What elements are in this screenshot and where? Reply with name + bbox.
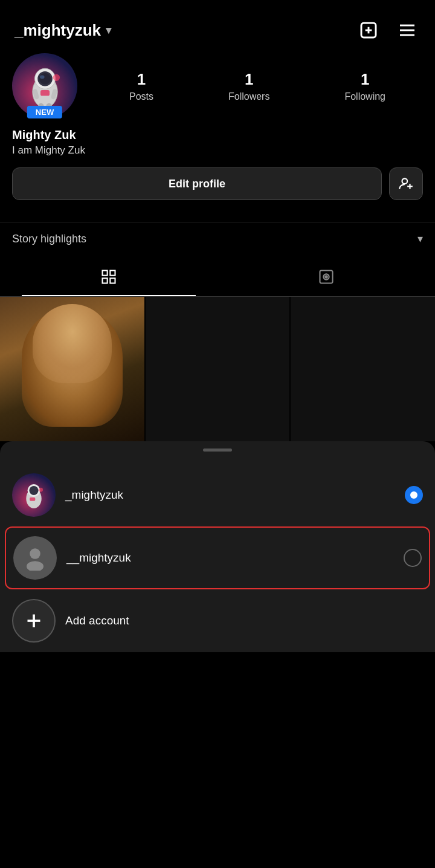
- account-avatar-image-1: [18, 479, 50, 511]
- following-count: 1: [361, 70, 369, 89]
- posts-count: 1: [137, 70, 146, 89]
- add-person-icon: [398, 176, 414, 192]
- add-account-item[interactable]: Add account: [0, 589, 435, 652]
- add-account-circle: [12, 599, 56, 643]
- top-nav: _mightyzuk ▾: [0, 0, 435, 53]
- tab-grid[interactable]: [0, 257, 218, 296]
- sheet-handle: [203, 449, 232, 452]
- svg-point-10: [40, 75, 45, 79]
- following-stat[interactable]: 1 Following: [344, 70, 385, 102]
- avatar-wrap[interactable]: NEW: [12, 53, 77, 118]
- tab-tagged[interactable]: [218, 257, 435, 296]
- svg-point-33: [27, 561, 44, 571]
- svg-rect-20: [103, 271, 108, 276]
- svg-rect-23: [110, 278, 115, 283]
- post-thumbnail: [0, 297, 144, 441]
- username-nav[interactable]: _mightyzuk ▾: [14, 21, 111, 40]
- grid-post-1[interactable]: [0, 297, 144, 441]
- account-item-1[interactable]: _mightyzuk: [0, 464, 435, 526]
- menu-button[interactable]: [394, 17, 420, 44]
- following-label: Following: [344, 91, 385, 102]
- profile-section: NEW 1 Posts 1 Followers 1 Following Migh…: [0, 53, 435, 222]
- account-avatar-2: [13, 536, 57, 580]
- account-item-2[interactable]: __mightyzuk: [5, 526, 430, 589]
- svg-rect-22: [103, 278, 108, 283]
- followers-count: 1: [245, 70, 253, 89]
- stats-row: 1 Posts 1 Followers 1 Following: [92, 70, 423, 102]
- add-person-button[interactable]: [389, 167, 423, 200]
- account-username-1: _mightyzuk: [65, 488, 395, 502]
- profile-top: NEW 1 Posts 1 Followers 1 Following: [12, 53, 423, 118]
- grid-icon: [100, 268, 117, 285]
- svg-point-9: [39, 73, 51, 84]
- posts-grid: [0, 297, 435, 441]
- avatar-image: [19, 60, 71, 112]
- svg-rect-21: [110, 271, 115, 276]
- radio-selected-icon: [405, 486, 423, 504]
- chevron-down-icon: ▾: [106, 24, 111, 37]
- svg-point-16: [53, 74, 59, 80]
- tagged-icon: [318, 268, 335, 285]
- new-post-button[interactable]: [355, 17, 382, 44]
- followers-label: Followers: [228, 91, 269, 102]
- radio-unselected-icon: [404, 549, 422, 567]
- svg-point-31: [39, 488, 43, 492]
- default-avatar-icon: [22, 545, 48, 571]
- nav-username: _mightyzuk: [14, 21, 101, 40]
- story-highlights-label: Story highlights: [12, 233, 86, 245]
- display-name: Mighty Zuk: [12, 128, 423, 142]
- grid-post-3: [291, 297, 435, 441]
- menu-icon: [398, 21, 417, 40]
- add-account-label: Add account: [65, 614, 129, 627]
- svg-point-17: [402, 178, 408, 184]
- svg-rect-30: [30, 497, 35, 501]
- new-badge: NEW: [27, 106, 62, 118]
- new-post-icon: [359, 21, 378, 40]
- bottom-sheet: _mightyzuk __mightyzuk Add account: [0, 441, 435, 652]
- grid-post-2: [146, 297, 290, 441]
- chevron-down-highlights-icon: ▾: [417, 232, 423, 245]
- svg-rect-15: [40, 90, 49, 96]
- tabs-row: [0, 257, 435, 297]
- bio-text: I am Mighty Zuk: [12, 144, 423, 157]
- action-buttons: Edit profile: [12, 167, 423, 200]
- plus-icon: [23, 610, 45, 632]
- account-avatar-1: [12, 473, 56, 517]
- posts-stat[interactable]: 1 Posts: [129, 70, 153, 102]
- account-username-2: __mightyzuk: [66, 551, 394, 565]
- nav-icons: [355, 17, 420, 44]
- edit-profile-button[interactable]: Edit profile: [12, 167, 382, 200]
- svg-point-26: [325, 276, 327, 278]
- svg-point-29: [29, 486, 38, 495]
- posts-label: Posts: [129, 91, 153, 102]
- story-highlights-row[interactable]: Story highlights ▾: [0, 222, 435, 255]
- svg-point-32: [30, 548, 40, 559]
- followers-stat[interactable]: 1 Followers: [228, 70, 269, 102]
